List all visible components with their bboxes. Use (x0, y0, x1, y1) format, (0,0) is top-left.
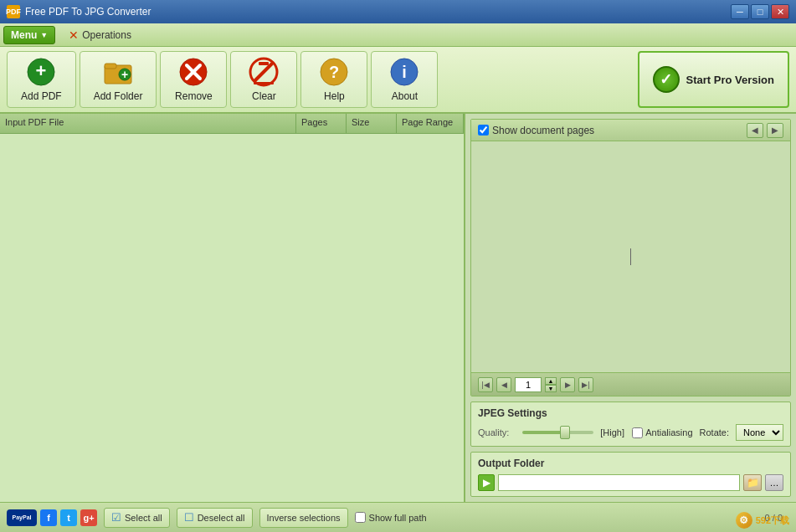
preview-canvas (471, 141, 790, 372)
quality-label: Quality: (478, 427, 516, 437)
clear-button[interactable]: Clear (230, 51, 297, 108)
output-path-input[interactable] (498, 474, 740, 491)
window-title: Free PDF To JPG Converter (25, 6, 731, 18)
deselect-all-button[interactable]: ☐ Deselect all (177, 508, 253, 528)
preview-nav: ◀ ▶ (747, 123, 783, 138)
page-spin: ▲ ▼ (545, 377, 557, 392)
prev-page-button[interactable]: ◀ (496, 377, 511, 392)
preview-footer: |◀ ◀ ▲ ▼ ▶ ▶| (471, 372, 790, 396)
help-icon: ? (319, 57, 349, 87)
inverse-selections-button[interactable]: Inverse selections (259, 508, 348, 528)
quality-value: [High] (600, 427, 625, 437)
toolbar: + Add PDF + Add Folder Remove (0, 47, 796, 114)
col-file-header: Input PDF File (0, 114, 296, 133)
help-button[interactable]: ? Help (300, 51, 367, 108)
right-panel: Show document pages ◀ ▶ |◀ ◀ ▲ ▼ ▶ ▶| (465, 114, 796, 502)
show-document-pages-label[interactable]: Show document pages (478, 125, 594, 136)
social-bar: PayPal f t g+ (7, 509, 97, 526)
svg-rect-12 (254, 82, 274, 84)
bottom-bar: PayPal f t g+ ☑ Select all ☐ Deselect al… (0, 502, 796, 532)
googleplus-icon[interactable]: g+ (80, 509, 97, 526)
menu-arrow-icon: ▼ (40, 31, 48, 39)
about-button[interactable]: i About (371, 51, 438, 108)
antialiasing-label[interactable]: Antialiasing (632, 427, 692, 438)
output-more-button[interactable]: … (765, 474, 783, 491)
menu-dropdown[interactable]: Menu ▼ (3, 26, 55, 44)
svg-text:?: ? (329, 63, 339, 81)
preview-back-button[interactable]: ◀ (747, 123, 763, 138)
clear-icon (249, 57, 279, 87)
next-page-button[interactable]: ▶ (560, 377, 575, 392)
select-all-label: Select all (125, 513, 162, 523)
menu-label: Menu (11, 29, 37, 41)
deselect-all-label: Deselect all (198, 513, 245, 523)
first-page-button[interactable]: |◀ (478, 377, 493, 392)
file-list-body[interactable] (0, 134, 464, 502)
watermark-text: 592下载 (756, 514, 789, 527)
add-pdf-label: Add PDF (21, 90, 62, 102)
menu-bar: Menu ▼ ✕ Operations (0, 23, 796, 47)
preview-forward-button[interactable]: ▶ (767, 123, 783, 138)
app-icon: PDF (7, 5, 20, 18)
svg-rect-3 (105, 64, 116, 69)
close-button[interactable]: ✕ (771, 4, 789, 19)
show-full-path-label[interactable]: Show full path (355, 512, 427, 523)
svg-text:+: + (121, 68, 128, 81)
show-full-path-checkbox[interactable] (355, 512, 366, 523)
remove-icon (178, 57, 208, 87)
inverse-selections-label: Inverse selections (267, 513, 341, 523)
file-panel: Input PDF File Pages Size Page Range (0, 114, 465, 502)
start-pro-button[interactable]: ✓ Start Pro Version (638, 51, 789, 108)
output-row: ▶ 📁 … (478, 474, 783, 491)
output-folder-button[interactable]: 📁 (743, 474, 762, 491)
add-folder-icon: + (103, 57, 133, 87)
rotate-select[interactable]: None 90° 180° 270° (736, 424, 783, 441)
antialiasing-checkbox[interactable] (632, 427, 643, 438)
col-range-header: Page Range (397, 114, 464, 133)
start-pro-label: Start Pro Version (686, 74, 774, 86)
remove-label: Remove (175, 90, 213, 102)
show-document-pages-checkbox[interactable] (478, 125, 489, 136)
page-spin-up[interactable]: ▲ (545, 377, 557, 385)
operations-tab[interactable]: ✕ Operations (62, 26, 138, 44)
svg-text:+: + (36, 60, 47, 81)
remove-button[interactable]: Remove (160, 51, 227, 108)
preview-header: Show document pages ◀ ▶ (471, 120, 790, 141)
slider-thumb (560, 426, 570, 439)
rotate-label: Rotate: (700, 427, 729, 437)
title-bar: PDF Free PDF To JPG Converter ─ □ ✕ (0, 0, 796, 23)
help-label: Help (324, 90, 345, 102)
jpeg-settings-row: Quality: [High] Antialiasing Rotate: Non… (478, 424, 783, 441)
col-pages-header: Pages (296, 114, 347, 133)
last-page-button[interactable]: ▶| (578, 377, 593, 392)
output-folder-section: Output Folder ▶ 📁 … (470, 452, 791, 497)
add-folder-label: Add Folder (94, 90, 143, 102)
preview-cursor (630, 248, 631, 265)
maximize-button[interactable]: □ (751, 4, 769, 19)
about-label: About (392, 90, 418, 102)
facebook-icon[interactable]: f (40, 509, 57, 526)
output-convert-icon[interactable]: ▶ (478, 474, 495, 491)
main-area: Input PDF File Pages Size Page Range Sho… (0, 114, 796, 502)
watermark: ⚙ 592下载 (736, 512, 789, 529)
add-folder-button[interactable]: + Add Folder (80, 51, 157, 108)
select-all-button[interactable]: ☑ Select all (104, 508, 170, 528)
page-spin-down[interactable]: ▼ (545, 385, 557, 392)
add-pdf-button[interactable]: + Add PDF (7, 51, 76, 108)
jpeg-settings-section: JPEG Settings Quality: [High] Antialiasi… (470, 402, 791, 447)
select-all-icon: ☑ (111, 511, 121, 524)
about-icon: i (389, 57, 419, 87)
svg-text:i: i (403, 63, 408, 81)
quality-slider[interactable] (522, 431, 593, 434)
minimize-button[interactable]: ─ (731, 4, 749, 19)
page-number-input[interactable] (515, 377, 542, 392)
svg-rect-11 (259, 62, 269, 65)
file-list-header: Input PDF File Pages Size Page Range (0, 114, 464, 134)
preview-section: Show document pages ◀ ▶ |◀ ◀ ▲ ▼ ▶ ▶| (470, 119, 791, 396)
window-controls: ─ □ ✕ (731, 4, 789, 19)
col-size-header: Size (347, 114, 397, 133)
operations-icon: ✕ (69, 28, 79, 42)
paypal-icon[interactable]: PayPal (7, 509, 37, 526)
output-folder-title: Output Folder (478, 458, 783, 469)
twitter-icon[interactable]: t (60, 509, 77, 526)
